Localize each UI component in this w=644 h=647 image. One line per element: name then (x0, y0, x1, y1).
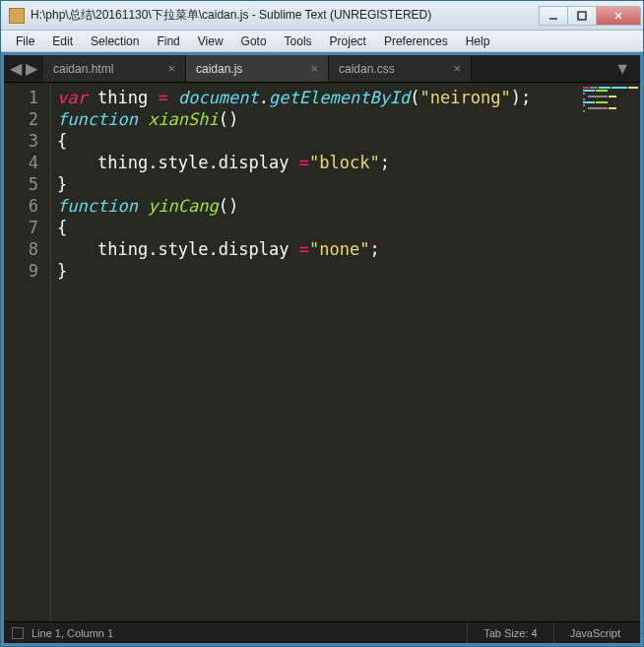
menu-edit[interactable]: Edit (43, 32, 82, 50)
tab-label: caidan.css (339, 62, 395, 76)
maximize-button[interactable] (567, 6, 597, 26)
code-line: } (57, 260, 575, 282)
cursor-position: Line 1, Column 1 (32, 627, 113, 639)
tab-nav: ◀ ▶ (4, 55, 43, 82)
tab-caidan-css[interactable]: caidan.css× (329, 55, 472, 82)
tab-label: caidan.html (53, 62, 113, 76)
menu-file[interactable]: File (7, 32, 43, 50)
app-icon (9, 8, 25, 24)
tab-label: caidan.js (196, 62, 242, 76)
menu-tools[interactable]: Tools (276, 32, 321, 50)
code-line: function yinCang() (57, 195, 575, 217)
syntax-button[interactable]: JavaScript (553, 622, 636, 643)
code-line: function xianShi() (57, 108, 575, 130)
line-number: 4 (8, 152, 38, 173)
line-number: 7 (8, 217, 38, 238)
gutter: 1 2 3 4 5 6 7 8 9 (4, 83, 51, 621)
tab-prev-icon[interactable]: ◀ (10, 59, 22, 78)
tab-caidan-js[interactable]: caidan.js× (186, 55, 329, 82)
code-line: thing.style.display ="block"; (57, 152, 575, 173)
tabbar: ◀ ▶ caidan.html× caidan.js× caidan.css× … (4, 55, 640, 83)
menu-help[interactable]: Help (457, 32, 499, 50)
menu-preferences[interactable]: Preferences (375, 32, 457, 50)
menu-goto[interactable]: Goto (232, 32, 276, 50)
tab-size-button[interactable]: Tab Size: 4 (467, 622, 552, 643)
line-number: 2 (8, 108, 38, 130)
code-line: } (57, 173, 575, 195)
code-area[interactable]: var thing = document.getElementById("nei… (51, 83, 581, 621)
line-number: 1 (8, 87, 38, 108)
line-number: 5 (8, 173, 38, 195)
menu-view[interactable]: View (189, 32, 232, 50)
window-title: H:\php\总结\20161130\下拉菜单\caidan.js - Subl… (31, 7, 540, 24)
line-number: 9 (8, 260, 38, 282)
menubar: File Edit Selection Find View Goto Tools… (1, 31, 643, 52)
tab-close-icon[interactable]: × (453, 61, 461, 76)
code-line: var thing = document.getElementById("nei… (57, 87, 575, 108)
status-panel-icon[interactable] (12, 627, 24, 639)
code-line: { (57, 130, 575, 152)
editor[interactable]: 1 2 3 4 5 6 7 8 9 var thing = document.g… (4, 83, 640, 621)
body-frame: ◀ ▶ caidan.html× caidan.js× caidan.css× … (1, 52, 643, 646)
code-line: { (57, 217, 575, 238)
close-button[interactable] (596, 6, 641, 26)
tab-close-icon[interactable]: × (167, 61, 175, 76)
minimap[interactable] (581, 83, 640, 621)
menu-find[interactable]: Find (148, 32, 188, 50)
line-number: 3 (8, 130, 38, 152)
tab-next-icon[interactable]: ▶ (26, 59, 37, 78)
tab-overflow-icon[interactable]: ▼ (605, 55, 640, 82)
line-number: 8 (8, 238, 38, 260)
code-line: thing.style.display ="none"; (57, 238, 575, 260)
window-controls (540, 6, 641, 26)
menu-selection[interactable]: Selection (82, 32, 148, 50)
tab-close-icon[interactable]: × (310, 61, 318, 76)
menu-project[interactable]: Project (321, 32, 375, 50)
titlebar[interactable]: H:\php\总结\20161130\下拉菜单\caidan.js - Subl… (1, 1, 643, 31)
tab-caidan-html[interactable]: caidan.html× (43, 55, 186, 82)
tab-spacer (472, 55, 605, 82)
statusbar: Line 1, Column 1 Tab Size: 4 JavaScript (4, 621, 640, 643)
line-number: 6 (8, 195, 38, 217)
minimize-button[interactable] (539, 6, 568, 26)
app-window: H:\php\总结\20161130\下拉菜单\caidan.js - Subl… (0, 0, 644, 647)
svg-rect-1 (578, 12, 586, 20)
status-left: Line 1, Column 1 (8, 627, 467, 639)
